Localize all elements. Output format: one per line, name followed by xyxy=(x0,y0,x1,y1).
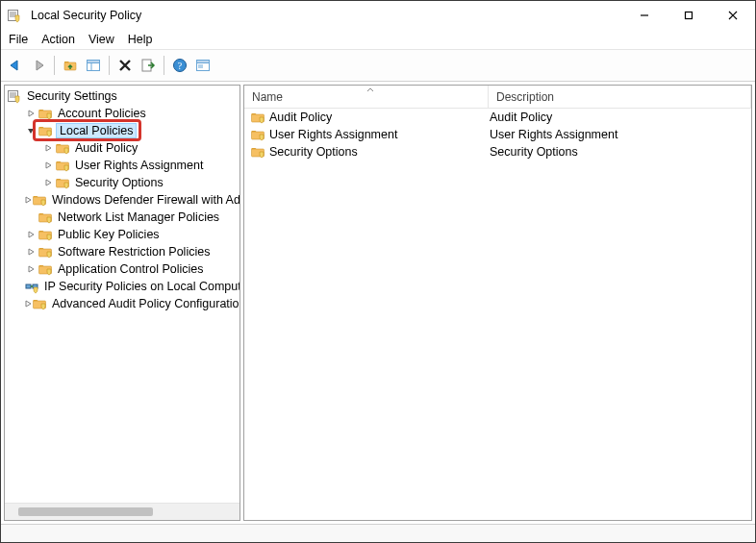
tree-item[interactable]: User Rights Assignment xyxy=(5,157,239,174)
help-button[interactable]: ? xyxy=(169,55,190,76)
svg-rect-33 xyxy=(26,284,31,288)
tree-item[interactable]: Local Policies xyxy=(5,122,239,139)
folder-icon xyxy=(55,175,70,190)
tree-root-label: Security Settings xyxy=(25,89,119,103)
list-row-name: Security Options xyxy=(269,145,358,159)
svg-rect-10 xyxy=(88,61,100,63)
tree-item[interactable]: Windows Defender Firewall with Advanced … xyxy=(5,191,239,209)
app-window: Local Security Policy File Action View H… xyxy=(0,0,756,543)
list-header: Name Description xyxy=(244,86,751,109)
toolbar-separator xyxy=(54,56,55,75)
folder-icon xyxy=(38,261,53,277)
expand-icon[interactable] xyxy=(24,110,38,117)
back-button[interactable] xyxy=(5,55,26,76)
menubar: File Action View Help xyxy=(1,30,755,49)
tree-item[interactable]: Audit Policy xyxy=(5,139,239,157)
folder-icon xyxy=(38,106,53,121)
titlebar: Local Security Policy xyxy=(1,1,755,30)
expand-icon[interactable] xyxy=(41,161,55,169)
tree-item-label: Local Policies xyxy=(56,123,137,138)
tree-item-label: IP Security Policies on Local Computer xyxy=(42,280,239,293)
tree-item[interactable]: Public Key Policies xyxy=(5,226,239,243)
tree-item-label: Public Key Policies xyxy=(56,228,162,241)
tree-item-label: Software Restriction Policies xyxy=(56,245,212,259)
show-hide-tree-button[interactable] xyxy=(83,55,104,76)
forward-button[interactable] xyxy=(28,55,49,76)
sort-ascending-icon xyxy=(366,87,374,92)
tree-item[interactable]: Account Policies xyxy=(5,105,239,122)
svg-text:?: ? xyxy=(178,61,183,71)
list-row-description: Security Options xyxy=(490,145,578,159)
list-row-name: User Rights Assignment xyxy=(269,128,397,141)
column-header-name-label: Name xyxy=(252,90,283,104)
tree-item[interactable]: Application Control Policies xyxy=(5,260,239,278)
folder-icon xyxy=(55,140,70,156)
menu-view[interactable]: View xyxy=(88,33,114,46)
expand-icon[interactable] xyxy=(24,265,38,273)
delete-button[interactable] xyxy=(114,55,136,76)
tree-item-label: Application Control Policies xyxy=(56,262,205,276)
tree-item-label: Audit Policy xyxy=(73,141,139,155)
tree-item[interactable]: Advanced Audit Policy Configuration xyxy=(5,295,239,312)
tree-item-label: Network List Manager Policies xyxy=(56,210,221,224)
list-body[interactable]: Audit Policy Audit Policy User Rights As… xyxy=(244,109,751,520)
tree-item[interactable]: Network List Manager Policies xyxy=(5,209,239,226)
minimize-button[interactable] xyxy=(622,1,667,30)
list-row[interactable]: User Rights Assignment User Rights Assig… xyxy=(244,126,751,143)
folder-icon xyxy=(38,123,53,138)
folder-icon xyxy=(55,158,70,173)
folder-icon xyxy=(250,144,265,160)
app-icon xyxy=(7,8,22,23)
expand-icon[interactable] xyxy=(41,179,55,186)
list-row-description: User Rights Assignment xyxy=(490,128,617,141)
menu-action[interactable]: Action xyxy=(41,33,75,46)
tree-item[interactable]: IP Security Policies on Local Computer xyxy=(5,278,239,295)
expand-icon[interactable] xyxy=(24,300,32,308)
list-row-description: Audit Policy xyxy=(490,111,552,124)
up-button[interactable] xyxy=(60,55,81,76)
folder-icon xyxy=(32,192,47,208)
properties-button[interactable] xyxy=(192,55,214,76)
folder-icon xyxy=(250,127,265,142)
security-settings-icon xyxy=(7,88,22,104)
statusbar xyxy=(1,524,755,542)
expand-icon[interactable] xyxy=(24,196,32,204)
close-button[interactable] xyxy=(711,1,755,30)
folder-icon xyxy=(24,279,39,294)
export-button[interactable] xyxy=(138,55,159,76)
menu-help[interactable]: Help xyxy=(128,33,153,46)
menu-file[interactable]: File xyxy=(9,33,28,46)
tree-horizontal-scrollbar[interactable] xyxy=(5,503,239,520)
maximize-button[interactable] xyxy=(667,1,711,30)
list-row[interactable]: Audit Policy Audit Policy xyxy=(244,109,751,126)
collapse-icon[interactable] xyxy=(24,127,38,135)
tree-pane: Security Settings Account Policies Local… xyxy=(4,85,240,521)
tree-item[interactable]: Software Restriction Policies xyxy=(5,243,239,260)
tree-view[interactable]: Security Settings Account Policies Local… xyxy=(5,86,239,503)
tree-item-label: Windows Defender Firewall with Advanced … xyxy=(50,193,239,207)
folder-icon xyxy=(32,296,47,311)
svg-rect-5 xyxy=(686,12,693,19)
tree-item-label: User Rights Assignment xyxy=(73,159,205,172)
list-row[interactable]: Security Options Security Options xyxy=(244,143,751,160)
svg-rect-16 xyxy=(197,61,210,63)
expand-icon[interactable] xyxy=(24,248,38,256)
content-area: Security Settings Account Policies Local… xyxy=(1,82,755,524)
folder-icon xyxy=(250,110,265,125)
folder-icon xyxy=(38,244,53,259)
tree-item-label: Advanced Audit Policy Configuration xyxy=(50,297,239,310)
column-header-name[interactable]: Name xyxy=(244,86,489,108)
column-header-description[interactable]: Description xyxy=(489,86,751,108)
expand-icon[interactable] xyxy=(24,231,38,238)
tree-root[interactable]: Security Settings xyxy=(5,87,239,105)
toolbar-separator xyxy=(109,56,110,75)
tree-item-label: Account Policies xyxy=(56,107,148,120)
tree-item-label: Security Options xyxy=(73,176,165,189)
toolbar: ? xyxy=(1,49,755,82)
window-controls xyxy=(622,1,755,30)
column-header-description-label: Description xyxy=(496,90,554,104)
list-pane: Name Description Audit Policy Audit Poli… xyxy=(243,85,752,521)
expand-icon[interactable] xyxy=(41,144,55,152)
toolbar-separator xyxy=(164,56,164,75)
tree-item[interactable]: Security Options xyxy=(5,174,239,191)
